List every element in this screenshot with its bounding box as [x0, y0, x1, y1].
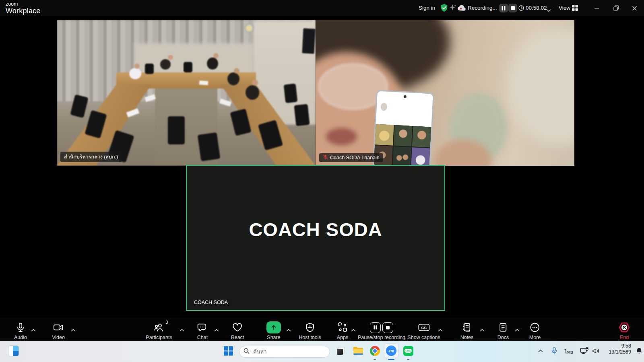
taskbar-clock[interactable]: 9:58 13/1/2569 [609, 343, 631, 355]
date-text: 13/1/2569 [609, 349, 631, 355]
view-button[interactable]: View [559, 5, 570, 11]
video-chevron-up-icon[interactable] [71, 326, 76, 333]
language-indicator[interactable]: ไทย [564, 348, 573, 356]
zoom-active-indicator [388, 359, 394, 360]
participant-name-text: COACH SODA [194, 300, 228, 305]
task-view-icon[interactable] [334, 345, 347, 357]
captions-chevron-up-icon[interactable] [438, 326, 443, 333]
audio-button[interactable]: Audio [14, 318, 27, 340]
window-titlebar: zoom Workplace Sign in Recording... 00:5… [0, 0, 644, 16]
participant-name-label: Coach SODA Thanain [319, 153, 383, 162]
line-running-indicator [407, 359, 409, 360]
tray-microphone-icon[interactable] [548, 345, 560, 357]
zoom-workplace-logo: zoom Workplace [6, 2, 41, 14]
participant-name-label: สำนักบริหารกลาง (สบก.) [60, 152, 122, 162]
timer-chevron-down-icon[interactable] [547, 6, 551, 14]
stop-icon[interactable] [382, 322, 393, 333]
sign-in-button[interactable]: Sign in [419, 5, 435, 11]
react-label: React [231, 335, 244, 340]
video-tile-coach-soda[interactable]: COACH SODA COACH SODA [186, 165, 445, 311]
pause-recording-button[interactable] [499, 4, 508, 12]
view-grid-icon[interactable] [572, 4, 578, 13]
pause-icon[interactable] [370, 322, 381, 333]
line-app-icon[interactable]: LINE [402, 345, 414, 357]
search-icon [244, 348, 250, 356]
participants-label: Participants [146, 335, 172, 340]
chat-label: Chat [197, 335, 208, 340]
more-button[interactable]: More [529, 318, 541, 340]
webcam-photo [316, 20, 574, 166]
docs-label: Docs [497, 335, 509, 340]
more-label: More [529, 335, 541, 340]
docs-button[interactable]: Docs [497, 318, 509, 340]
share-label: Share [267, 335, 280, 340]
svg-text:z: z [641, 348, 642, 351]
participants-count-badge: 3 [165, 320, 168, 325]
share-screen-icon [266, 321, 281, 333]
share-chevron-up-icon[interactable] [286, 326, 291, 333]
minimize-button[interactable] [588, 0, 605, 16]
participants-button[interactable]: 3 Participants [146, 318, 172, 340]
ai-companion-sparkle-icon[interactable] [448, 3, 457, 14]
participant-name-label: COACH SODA [190, 298, 231, 306]
heart-icon [232, 321, 243, 333]
chat-button[interactable]: Chat [197, 318, 208, 340]
volume-icon[interactable] [590, 345, 602, 357]
start-button[interactable] [222, 345, 234, 357]
docs-icon [498, 321, 508, 333]
notification-bell-icon[interactable]: z [633, 345, 644, 357]
end-call-icon [618, 321, 630, 333]
apps-icon [337, 321, 348, 333]
audio-chevron-up-icon[interactable] [31, 326, 36, 333]
meeting-timer: 00:58:02 [526, 5, 547, 11]
network-icon[interactable] [578, 345, 590, 357]
participants-icon: 3 [154, 321, 165, 333]
apps-button[interactable]: Apps [337, 318, 349, 340]
share-button[interactable]: Share [266, 318, 281, 340]
tray-chevron-up-icon[interactable] [535, 345, 547, 357]
notes-icon [462, 321, 472, 333]
stop-recording-button[interactable] [508, 4, 517, 12]
close-button[interactable] [625, 0, 643, 16]
search-input[interactable] [252, 348, 314, 355]
notes-chevron-up-icon[interactable] [480, 326, 485, 333]
time-text: 9:58 [609, 343, 631, 349]
captions-icon: CC [418, 321, 430, 333]
docs-chevron-up-icon[interactable] [515, 326, 520, 333]
audio-label: Audio [14, 335, 27, 340]
pause-stop-icons [370, 321, 393, 333]
end-button[interactable]: End [618, 318, 630, 340]
widgets-icon[interactable] [7, 345, 19, 357]
chat-chevron-up-icon[interactable] [214, 326, 219, 333]
muted-microphone-icon [323, 154, 328, 161]
logo-zoom-text: zoom [6, 2, 41, 6]
show-captions-button[interactable]: CC Show captions [407, 318, 440, 340]
host-tools-button[interactable]: Host tools [299, 318, 321, 340]
video-button[interactable]: Video [52, 318, 65, 340]
restore-button[interactable] [607, 0, 625, 16]
pause-stop-recording-label: Pause/stop recording [358, 335, 405, 340]
apps-chevron-up-icon[interactable] [351, 326, 356, 333]
chat-bubble-icon [197, 321, 208, 333]
chrome-running-indicator [374, 359, 376, 360]
chrome-icon[interactable] [369, 345, 381, 357]
notes-button[interactable]: Notes [460, 318, 474, 340]
react-button[interactable]: React [231, 318, 244, 340]
zoom-badge-text: zm [388, 348, 394, 353]
video-tile-meeting-room[interactable]: สำนักบริหารกลาง (สบก.) [57, 20, 316, 166]
video-label: Video [52, 335, 65, 340]
video-tile-coach-soda-thanain[interactable]: Coach SODA Thanain [316, 20, 574, 166]
shield-icon [305, 321, 315, 333]
file-explorer-icon[interactable] [352, 345, 364, 357]
recording-status-text: Recording... [468, 5, 497, 11]
participants-chevron-up-icon[interactable] [180, 326, 184, 333]
microphone-icon [15, 321, 26, 333]
notes-label: Notes [460, 335, 474, 340]
zoom-app-icon[interactable]: zm [384, 343, 398, 358]
logo-workplace-text: Workplace [6, 7, 41, 14]
taskbar-search[interactable] [239, 346, 330, 358]
pause-stop-recording-button[interactable]: Pause/stop recording [358, 318, 405, 340]
clock-icon [518, 5, 524, 12]
more-dots-icon [530, 321, 540, 333]
security-shield-icon[interactable] [440, 3, 449, 14]
